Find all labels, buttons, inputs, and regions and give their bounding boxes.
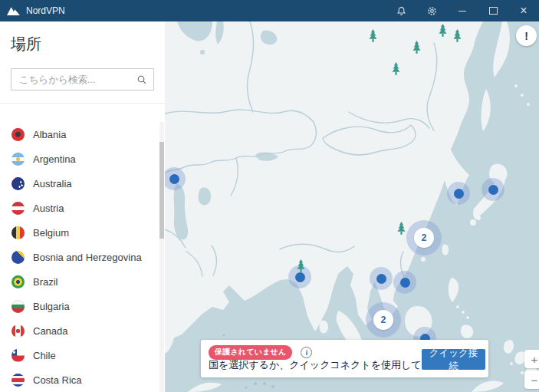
notifications-bell-icon[interactable]: [386, 0, 416, 21]
zoom-in-button[interactable]: +: [524, 350, 539, 368]
country-name-label: Costa Rica: [33, 374, 82, 386]
titlebar-left: NordVPN: [0, 5, 65, 16]
map-area[interactable]: 22 ! 保護されていません i 国を選択するか、クイックコネクトを使用してくだ…: [165, 21, 539, 392]
map-markers-layer: 22: [165, 21, 539, 392]
settings-gear-icon[interactable]: [416, 0, 447, 21]
minimize-button[interactable]: [447, 0, 478, 21]
country-list-item[interactable]: Brazil: [0, 269, 165, 294]
page-title: 場所: [11, 34, 154, 54]
alert-button[interactable]: !: [516, 25, 537, 46]
titlebar-controls: ×: [386, 0, 539, 21]
country-list-item[interactable]: Canada: [0, 318, 165, 343]
search-input[interactable]: [18, 74, 132, 86]
search-box[interactable]: [11, 68, 154, 91]
country-name-label: Chile: [33, 350, 56, 361]
quick-connect-button[interactable]: クイック接続: [422, 349, 485, 370]
info-icon[interactable]: i: [301, 347, 312, 358]
country-flag-icon: [12, 374, 25, 387]
close-icon: ×: [520, 5, 527, 17]
country-name-label: Brazil: [33, 276, 58, 288]
close-button[interactable]: ×: [508, 0, 539, 21]
country-name-label: Belgium: [33, 227, 69, 239]
country-name-label: Austria: [33, 203, 64, 214]
zoom-out-button[interactable]: −: [524, 371, 539, 389]
country-flag-icon: [12, 275, 25, 288]
country-flag-icon: [12, 177, 25, 190]
country-flag-icon: [12, 300, 25, 313]
country-list-item[interactable]: Albania: [0, 122, 165, 147]
sidebar: 場所 Albania Argentina Australia Austria B…: [0, 21, 165, 392]
minimize-icon: [458, 11, 466, 12]
country-list-item[interactable]: Chile: [0, 343, 165, 367]
map-zoom-controls: + −: [524, 348, 539, 389]
country-name-label: Canada: [33, 325, 68, 337]
search-icon: [136, 74, 147, 85]
country-list-item[interactable]: Argentina: [0, 147, 165, 171]
country-list-item[interactable]: Austria: [0, 196, 165, 220]
window-title: NordVPN: [26, 5, 65, 16]
country-name-label: Albania: [33, 129, 66, 140]
titlebar: NordVPN ×: [0, 0, 539, 21]
tree-icon: [452, 29, 462, 45]
country-flag-icon: [12, 128, 25, 141]
tree-icon: [396, 222, 406, 238]
country-flag-icon: [12, 153, 25, 166]
maximize-button[interactable]: [478, 0, 508, 21]
country-name-label: Australia: [33, 178, 72, 189]
nordvpn-window: NordVPN × 場所: [0, 0, 539, 392]
sidebar-header: 場所: [0, 21, 165, 104]
connection-status-card: 保護されていません i 国を選択するか、クイックコネクトを使用してください クイ…: [201, 340, 488, 377]
nordvpn-logo-icon: [7, 6, 20, 15]
country-list-item[interactable]: Bulgaria: [0, 294, 165, 318]
country-flag-icon: [12, 349, 25, 362]
tree-icon: [438, 24, 448, 40]
country-list: Albania Argentina Australia Austria Belg…: [0, 122, 165, 392]
country-list-item[interactable]: Bosnia and Herzegovina: [0, 245, 165, 269]
sidebar-scrollbar-thumb[interactable]: [159, 142, 164, 239]
country-name-label: Bosnia and Herzegovina: [33, 252, 142, 263]
country-flag-icon: [12, 251, 25, 264]
tree-icon: [368, 29, 378, 45]
country-flag-icon: [12, 226, 25, 239]
country-list-item[interactable]: Belgium: [0, 220, 165, 245]
country-name-label: Argentina: [33, 153, 76, 165]
tree-icon: [296, 259, 306, 275]
tree-icon: [391, 62, 401, 78]
maximize-icon: [489, 7, 498, 15]
sidebar-scrollbar[interactable]: [159, 122, 164, 392]
tree-icon: [412, 41, 422, 57]
country-name-label: Bulgaria: [33, 301, 70, 312]
country-list-item[interactable]: Australia: [0, 171, 165, 196]
country-list-item[interactable]: Costa Rica: [0, 367, 165, 392]
country-flag-icon: [12, 202, 25, 215]
country-flag-icon: [12, 324, 25, 338]
